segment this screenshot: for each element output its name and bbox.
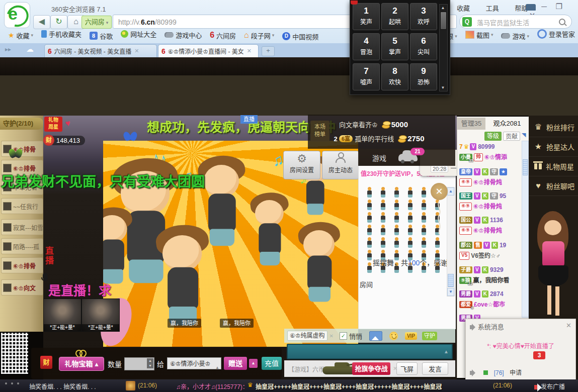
leaderboard-row[interactable]: 向文章看齐♔5000 [332,119,453,131]
bookmark-item[interactable]: 6六间房 [210,31,236,40]
restore-icon[interactable]: ❐ [552,2,565,11]
refresh-icon[interactable]: ↻ [50,15,67,29]
audience-user[interactable]: 子爵VK9329⑨狼22赢，我陪你看 [459,265,521,287]
browser-tab[interactable]: 6⑥♔情添小曼♔直播间 - 美女✕ [158,44,259,57]
guard-member[interactable]: ⑥♔向文 [1,279,43,296]
broadcast-button[interactable]: 发布广播 [534,382,565,390]
owner-feed-button[interactable]: 房主动态 [322,151,359,179]
sort-arrow-icon[interactable]: ◥ [522,132,526,138]
room-settings-button[interactable]: ⚙房间设置 [283,151,320,179]
week-star-badge[interactable]: 礼物周星 [44,117,62,132]
toolbar-item[interactable]: 游戏▾ [501,31,529,41]
audience-user[interactable]: 国公VK1136⑥⑨⑥♔排骨炖 [459,216,521,238]
sound-key-2[interactable]: 2起哄 [381,3,408,30]
guard-member[interactable]: ⑥♔排骨 [1,257,43,273]
quiet-checkbox[interactable]: ✓ [340,332,347,340]
search-engine-icon[interactable]: Q [462,17,472,27]
leaderboard-row[interactable]: 26富孤单的平行线2750 [332,133,453,145]
bookmark-item[interactable]: D中国视频 [282,32,318,41]
status-square-icon[interactable] [483,370,488,375]
site-dropdown[interactable]: 六间房▾ [81,16,112,29]
tab-close-icon[interactable]: ✕ [134,48,139,54]
search-box[interactable]: Q 落马官员监狱生活 [459,15,572,29]
new-tab-button[interactable]: + [262,46,275,56]
minimize-icon[interactable]: ─ [538,2,551,11]
stepper-icon[interactable]: ▲▼ [147,358,153,368]
sound-key-8[interactable]: 8欢快 [381,63,408,90]
gift-recipient-select[interactable]: ⑥♔情添小曼♔▲ [167,357,221,369]
sound-key-4[interactable]: 4冒泡 [353,33,380,60]
scroll-down-icon[interactable]: ▼ [440,85,446,90]
audience-user[interactable]: 郡公售VK19V5V6签约☆♂ [459,241,521,263]
vip-chip[interactable]: VIP [405,332,417,340]
cloud-sync-icon[interactable]: ☁ [26,45,34,54]
boss-key-icon[interactable] [526,4,536,11]
send-gift-button[interactable]: 赠送 [224,357,247,370]
input-expand-icon[interactable]: ▲ [444,349,449,354]
speaker-icon[interactable] [470,371,473,375]
fan-menu-4[interactable]: ♥粉丝聊吧 [528,176,578,196]
bookmark-item[interactable]: 游戏中心 [164,30,202,40]
scroll-up-icon[interactable]: ▲ [440,6,446,10]
emoticon-icon[interactable] [389,332,398,340]
audience-user[interactable]: 皇帝VK守★⑥⑨⑥♔排骨炖 [459,167,521,189]
sort-by-contribution[interactable]: 贡献 [503,132,520,141]
guest-video-thumb[interactable]: *正+能+量* [43,299,81,332]
recharge-button[interactable]: 充值 [262,357,282,370]
notice-close-icon[interactable]: ✕ [431,183,448,200]
scroll-thumb[interactable] [448,274,454,287]
sound-key-3[interactable]: 3欢呼 [410,3,437,30]
tab-list-icon[interactable]: ▸▸ [5,46,11,53]
panel-close-icon[interactable]: ✕ [566,322,571,329]
audience-user[interactable]: 7♛V80999小曼35帅⑥♔情添 [459,142,521,164]
apply-link[interactable]: 申请 [510,369,522,376]
bookmark-item[interactable]: ⌂段子网▾ [244,31,274,40]
sound-key-9[interactable]: 9恐怖 [410,63,437,90]
flag-close-icon[interactable]: ✕ [393,365,397,372]
image-icon[interactable] [369,331,382,341]
sound-key-5[interactable]: 5掌声 [381,33,408,60]
fan-menu-2[interactable]: ★抢星达人 [528,137,578,157]
guard-member[interactable]: ⑥♔排骨 [1,141,43,157]
sound-key-7[interactable]: 7嘘声 [353,63,380,90]
scroll-up-icon[interactable]: ▲ [447,187,454,195]
sound-key-6[interactable]: 6尖叫 [410,33,437,60]
tab-viewers[interactable]: 观众2081 [485,118,529,130]
toolbar-item[interactable]: 登录管家 [537,29,575,39]
chat-recipient-chip[interactable]: ⑥♔纯属虚构 [287,331,327,341]
quantity-input[interactable]: ▲▼ [124,357,154,370]
flag-war-button[interactable]: 抢旗争夺战 [352,362,390,375]
browser-tab[interactable]: 6六间房 - 美女视频 - 美女直播✕ [44,44,157,57]
fly-screen-button[interactable]: 飞屏 [396,362,418,375]
search-icon[interactable] [559,19,565,25]
scroll-down-icon[interactable]: ▼ [447,288,454,296]
bookmark-item[interactable]: 手机收藏夹 [41,29,81,39]
back-icon[interactable]: ◀ [33,15,50,29]
guest-video-thumb[interactable]: *正+能+量* [81,299,120,332]
game-tab[interactable]: 游戏 [372,153,386,163]
scroll-thumb[interactable] [440,12,447,30]
leaderboard-tab[interactable]: 本场榜单 [310,121,329,142]
send-options-icon[interactable]: ▲ [249,359,258,368]
sound-scrollbar[interactable]: ▲ ▼ [439,4,448,91]
menu-tools[interactable]: 工具 [486,5,499,12]
audience-user[interactable]: 国王VK守95⑥⑨⑥♔排骨炖 [459,191,521,214]
send-message-button[interactable]: 发言 [422,362,448,375]
gift-box-button[interactable]: 礼物宝箱 ▴ [59,357,104,371]
guard-member[interactable]: ~~任我行 [1,198,43,214]
toolbar-item[interactable]: 截图▾ [465,30,493,40]
guard-chip[interactable]: 守护 [422,332,437,340]
sort-by-level[interactable]: 等级 [484,132,502,141]
audience-user[interactable]: 男爵VK2874都爱9£ove☆都市 [459,289,521,312]
audience-scrollbar[interactable] [522,141,529,318]
fan-menu-1[interactable]: ♛粉丝排行 [528,117,578,137]
recipient-clear-icon[interactable]: ✕ [329,333,334,339]
guard-member[interactable]: 寂寞---如雪 [1,219,43,235]
menu-favorites[interactable]: 收藏 [457,5,470,12]
search-input[interactable]: 落马官员监狱生活 [477,18,529,27]
tab-close-icon[interactable]: ✕ [247,48,252,54]
scroll-thumb[interactable] [523,159,528,175]
tab-managers[interactable]: 管理35 [457,118,485,130]
bookmark-item[interactable]: 8谷歌 [90,31,113,41]
wealth-icon[interactable]: 财 [40,356,52,369]
